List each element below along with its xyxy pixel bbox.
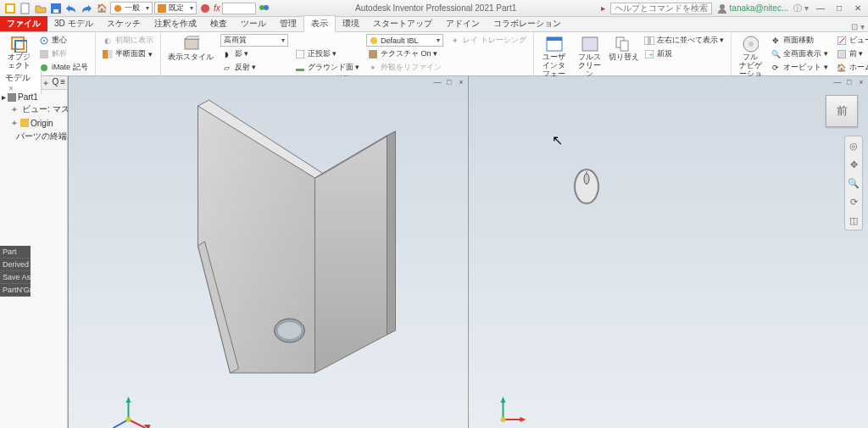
svg-point-16: [41, 64, 47, 71]
appearance-icon[interactable]: [198, 2, 212, 15]
svg-rect-12: [15, 41, 27, 53]
fx-input[interactable]: [222, 3, 256, 14]
svg-rect-22: [296, 69, 304, 71]
quality-dropdown[interactable]: 高画質▾: [220, 34, 288, 47]
help-search[interactable]: [610, 3, 712, 14]
title-bar: 🏠 一般▾ 既定▾ fx Autodesk Inventor Professio…: [0, 0, 868, 17]
analysis[interactable]: 解析: [37, 47, 90, 60]
app-icon[interactable]: [3, 2, 17, 15]
ray-tracing[interactable]: ✦レイ トレーシング: [448, 34, 528, 47]
tab-3dmodel[interactable]: 3D モデル: [47, 16, 100, 31]
tree-root[interactable]: ▸Part1: [2, 92, 65, 103]
minimize-button[interactable]: —: [814, 3, 827, 13]
browser-menu[interactable]: ≡: [60, 77, 65, 89]
ctx-part[interactable]: Part: [0, 246, 31, 258]
tree-origin[interactable]: ＋Origin: [2, 116, 65, 130]
ctx-saveas[interactable]: Save As: [0, 271, 31, 284]
new-window[interactable]: ＋新規: [643, 47, 726, 60]
refine-appearance[interactable]: ✦外観をリファイン: [366, 61, 443, 74]
tab-file[interactable]: ファイル: [0, 16, 47, 31]
svg-rect-17: [103, 50, 108, 58]
svg-marker-63: [520, 417, 526, 422]
browser-add[interactable]: ＋: [42, 77, 50, 89]
half-section[interactable]: 半断面図 ▾: [101, 47, 155, 60]
group-visibility: オブジェクトの 表示設定 重心 解析 iMate 記号 表示設定: [0, 32, 96, 75]
texture-on[interactable]: テクスチャ On ▾: [366, 47, 443, 60]
svg-point-10: [720, 4, 725, 9]
context-panel: Part Derived C Save As PartN'Gr: [0, 246, 31, 297]
pan[interactable]: ✥画面移動: [769, 34, 830, 47]
svg-point-55: [126, 417, 131, 422]
ctx-derived[interactable]: Derived C: [0, 258, 31, 271]
ground-plane[interactable]: グラウンド面 ▾: [293, 61, 362, 74]
svg-rect-40: [20, 119, 29, 127]
doc-type-dropdown[interactable]: 既定▾: [154, 2, 197, 14]
tab-manage[interactable]: 管理: [273, 16, 303, 31]
ribbon-collapse[interactable]: ⊡ ▾: [848, 22, 868, 31]
close-button[interactable]: ✕: [851, 3, 865, 13]
previous-view[interactable]: 前 ▾: [835, 47, 868, 60]
tab-view[interactable]: 表示: [303, 15, 336, 32]
reflection[interactable]: ▱反射 ▾: [220, 61, 288, 74]
collab-icon[interactable]: [258, 2, 271, 15]
switch-button[interactable]: 切り替え: [610, 34, 637, 62]
tree-view[interactable]: ＋ビュー: マスター: [2, 103, 65, 116]
shadow[interactable]: ◗影 ▾: [220, 47, 288, 60]
zoom-all[interactable]: 🔍全画面表示 ▾: [769, 47, 830, 60]
svg-rect-24: [369, 50, 377, 58]
right-scene: [469, 76, 868, 428]
look-at[interactable]: ビュー正面: [835, 34, 868, 47]
model-browser: モデル× ＋Q≡ ▸Part1 ＋ビュー: マスター ＋Origin パーツの終…: [0, 76, 68, 428]
svg-point-49: [278, 322, 302, 339]
new-icon[interactable]: [19, 2, 32, 15]
svg-rect-38: [8, 93, 16, 102]
tab-tools[interactable]: ツール: [234, 16, 273, 31]
imate-symbol[interactable]: iMate 記号: [37, 61, 90, 74]
browser-tabbar: モデル× ＋Q≡: [0, 76, 67, 90]
tab-startup[interactable]: スタートアップ: [366, 16, 439, 31]
svg-rect-19: [185, 39, 198, 49]
ibl-dropdown[interactable]: Default IBL▾: [366, 34, 443, 47]
svg-line-54: [114, 420, 129, 428]
help-icon[interactable]: ⓘ ▾: [793, 3, 809, 14]
svg-rect-30: [644, 36, 648, 45]
ortho[interactable]: 正投影 ▾: [293, 47, 362, 60]
browser-search-icon[interactable]: Q: [52, 77, 58, 89]
viewport-right[interactable]: —□× 前 ◎ ✥ 🔍 ⟳ ◫ ↖: [468, 76, 868, 428]
doc-state-dropdown[interactable]: 一般▾: [110, 2, 153, 14]
tile[interactable]: 左右に並べて表示 ▾: [643, 34, 726, 47]
svg-rect-27: [582, 37, 598, 51]
maximize-button[interactable]: □: [832, 3, 846, 13]
tree-eop[interactable]: パーツの終端: [2, 130, 65, 143]
group-navigation: フル ナビゲーション ホイール ✥画面移動 🔍全画面表示 ▾ ⟳オービット ▾ …: [732, 32, 868, 75]
tab-inspect[interactable]: 検査: [203, 16, 234, 31]
tab-addin[interactable]: アドイン: [439, 16, 487, 31]
undo-icon[interactable]: [64, 2, 78, 15]
svg-rect-26: [547, 37, 562, 41]
home-icon[interactable]: 🏠: [95, 2, 108, 15]
svg-marker-61: [501, 397, 506, 403]
flag-icon[interactable]: ▸: [601, 3, 605, 13]
svg-point-7: [201, 4, 209, 13]
svg-rect-11: [12, 37, 24, 49]
svg-rect-4: [53, 9, 58, 13]
home-view[interactable]: 🏠ホーム ビュー: [835, 61, 868, 74]
svg-point-35: [748, 42, 754, 47]
user-account[interactable]: tanaka@nitec...: [717, 3, 789, 14]
viewport-left[interactable]: —□×: [68, 76, 468, 428]
group-window: ユーザ インタフェース フルスクリーン 表示 切り替え 左右に並べて表示 ▾ ＋…: [534, 32, 732, 75]
tab-collab[interactable]: コラボレーション: [487, 16, 568, 31]
tab-sketch[interactable]: スケッチ: [100, 16, 147, 31]
center-of-gravity[interactable]: 重心: [37, 34, 90, 47]
svg-rect-37: [837, 50, 846, 58]
reset-dof[interactable]: ◐初期に表示: [101, 34, 155, 47]
visual-style-button[interactable]: 表示スタイル: [166, 34, 215, 62]
tab-annotate[interactable]: 注釈を作成: [147, 16, 203, 31]
save-icon[interactable]: [49, 2, 63, 15]
redo-icon[interactable]: [80, 2, 93, 15]
ctx-partngr[interactable]: PartN'Gr: [0, 284, 31, 297]
svg-rect-1: [7, 5, 14, 12]
tab-environment[interactable]: 環境: [336, 16, 366, 31]
open-icon[interactable]: [34, 2, 47, 15]
orbit[interactable]: ⟳オービット ▾: [769, 61, 830, 74]
